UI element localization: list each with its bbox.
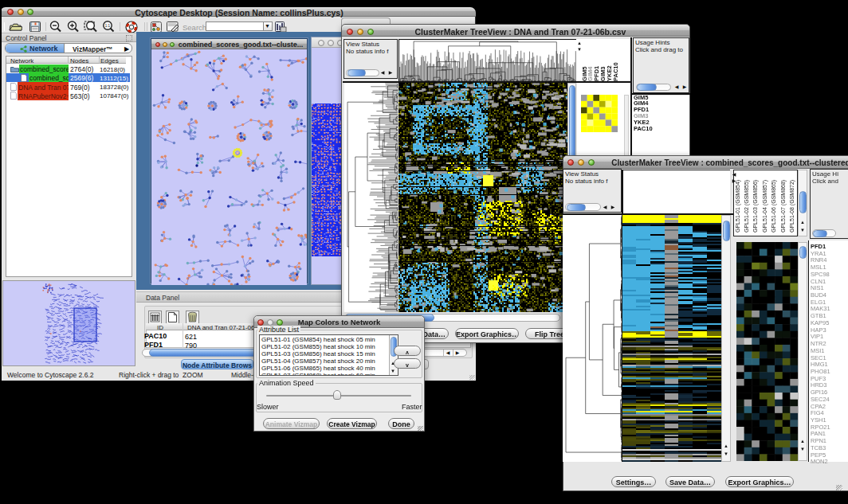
svg-text:1:1: 1:1 bbox=[105, 24, 111, 28]
